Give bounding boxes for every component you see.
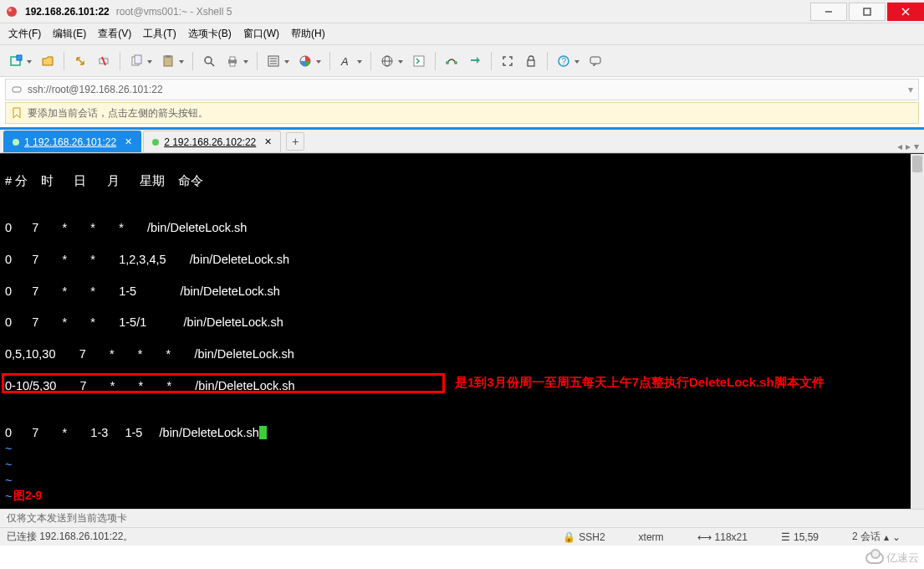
svg-point-29: [446, 61, 449, 64]
print-button[interactable]: [222, 49, 252, 73]
cron-entries: 0 7 * * * /bin/DeleteLock.sh 0 7 * * 1,2…: [5, 221, 295, 392]
lock-button[interactable]: [520, 49, 542, 73]
svg-point-30: [454, 61, 457, 64]
tilde-line: ~: [5, 490, 12, 503]
font-button[interactable]: A: [335, 49, 365, 73]
compose-hint: 仅将文本发送到当前选项卡: [0, 509, 924, 527]
link-icon: [11, 84, 23, 95]
new-session-button[interactable]: [5, 49, 35, 73]
menu-tools[interactable]: 工具(T): [143, 27, 176, 41]
menu-edit[interactable]: 编辑(E): [53, 27, 86, 41]
tab-add-button[interactable]: +: [286, 132, 304, 151]
status-dot-icon: [13, 139, 19, 146]
tab-scroll-left-icon[interactable]: ◂: [897, 141, 902, 152]
toolbar: A ?: [0, 45, 924, 77]
copy-button[interactable]: [125, 49, 156, 73]
status-protocol: SSH2: [579, 531, 605, 543]
encoding-button[interactable]: [376, 49, 406, 73]
menu-window[interactable]: 窗口(W): [243, 27, 279, 41]
tab-list-icon[interactable]: ▾: [914, 141, 919, 152]
minimize-button[interactable]: [810, 3, 847, 21]
svg-rect-35: [13, 87, 21, 92]
tilde-line: ~: [5, 474, 12, 487]
tab-session-2[interactable]: 2 192.168.26.102:22 ✕: [143, 131, 281, 152]
title-bar: 192.168.26.101:22 root@vms001:~ - Xshell…: [0, 0, 924, 23]
properties-button[interactable]: [263, 49, 293, 73]
disconnect-button[interactable]: [93, 49, 115, 73]
tilde-line: ~: [5, 442, 12, 455]
svg-rect-11: [135, 55, 141, 64]
transfer-button[interactable]: [464, 49, 486, 73]
svg-rect-31: [528, 60, 534, 66]
menu-help[interactable]: 帮助(H): [291, 27, 325, 41]
resize-icon: ⟷: [697, 531, 712, 543]
svg-point-1: [8, 8, 12, 12]
svg-rect-17: [230, 57, 235, 60]
color-button[interactable]: [294, 49, 324, 73]
script-button[interactable]: [408, 49, 430, 73]
tab-close-icon[interactable]: ✕: [264, 136, 272, 147]
tab-scroll-right-icon[interactable]: ▸: [906, 141, 911, 152]
address-dropdown-icon[interactable]: ▾: [908, 84, 913, 95]
status-sessions: 2 会话: [852, 530, 881, 544]
address-bar[interactable]: ssh://root@192.168.26.101:22 ▾: [5, 79, 919, 100]
svg-point-0: [7, 7, 17, 17]
menu-view[interactable]: 查看(V): [98, 27, 131, 41]
status-connection: 已连接 192.168.26.101:22。: [7, 530, 133, 544]
find-button[interactable]: [198, 49, 220, 73]
menu-file[interactable]: 文件(F): [8, 27, 41, 41]
tab-strip: 1 192.168.26.101:22 ✕ 2 192.168.26.102:2…: [0, 130, 924, 153]
cron-boxed-line: 0 7 * 1-3 1-5 /bin/DeleteLock.sh: [5, 426, 259, 439]
cursor-icon: [259, 426, 267, 439]
maximize-button[interactable]: [849, 3, 886, 21]
menu-bar: 文件(F) 编辑(E) 查看(V) 工具(T) 选项卡(B) 窗口(W) 帮助(…: [0, 23, 924, 45]
reconnect-button[interactable]: [69, 49, 91, 73]
svg-text:?: ?: [562, 57, 567, 66]
scrollbar-thumb[interactable]: [912, 156, 922, 172]
status-dot-icon: [152, 139, 159, 146]
hint-bar: 要添加当前会话，点击左侧的箭头按钮。: [5, 102, 919, 124]
chevron-down-icon[interactable]: ⌄: [892, 531, 901, 543]
svg-point-14: [205, 57, 212, 64]
paste-button[interactable]: [157, 49, 187, 73]
tunnel-button[interactable]: [441, 49, 462, 73]
svg-line-15: [211, 63, 214, 66]
terminal[interactable]: # 分 时 日 月 星期 命令 0 7 * * * /bin/DeleteLoc…: [0, 153, 924, 509]
status-bar: 已连接 192.168.26.101:22。 🔒SSH2 xterm ⟷118x…: [0, 527, 924, 546]
window-title-rest: root@vms001:~ - Xshell 5: [116, 6, 232, 18]
tilde-line: ~: [5, 458, 12, 471]
help-button[interactable]: ?: [553, 49, 583, 73]
hint-text: 要添加当前会话，点击左侧的箭头按钮。: [28, 106, 208, 120]
svg-rect-18: [230, 63, 235, 66]
bookmark-icon[interactable]: [11, 107, 23, 119]
svg-rect-7: [17, 55, 22, 60]
svg-rect-13: [166, 55, 171, 58]
cloud-icon: [865, 552, 884, 564]
status-cursor-pos: 15,59: [794, 531, 819, 543]
feedback-button[interactable]: [585, 49, 606, 73]
tab-close-icon[interactable]: ✕: [125, 136, 132, 147]
cron-header: # 分 时 日 月 星期 命令: [5, 174, 203, 187]
svg-rect-34: [590, 57, 600, 64]
scrollbar[interactable]: [911, 154, 924, 509]
lock-icon: 🔒: [563, 531, 575, 543]
status-termtype: xterm: [639, 531, 664, 543]
close-button[interactable]: [887, 3, 924, 21]
annotation-text: 是1到3月份周一至周五每天上午7点整执行DeleteLock.sh脚本文件: [455, 375, 824, 391]
address-url: ssh://root@192.168.26.101:22: [28, 84, 163, 95]
window-title-host: 192.168.26.101:22: [25, 6, 110, 18]
highlight-box: [2, 373, 445, 393]
app-icon: [5, 5, 18, 18]
svg-rect-3: [864, 8, 870, 15]
watermark: 亿速云: [865, 551, 919, 566]
open-session-button[interactable]: [37, 49, 59, 73]
tilde-line: ~: [5, 505, 12, 509]
figure-label: 图2-9: [13, 489, 42, 504]
status-size: 118x21: [715, 531, 748, 543]
menu-tabs[interactable]: 选项卡(B): [188, 27, 232, 41]
tab-session-1[interactable]: 1 192.168.26.101:22 ✕: [3, 131, 141, 152]
svg-text:A: A: [340, 55, 349, 68]
fullscreen-button[interactable]: [497, 49, 518, 73]
